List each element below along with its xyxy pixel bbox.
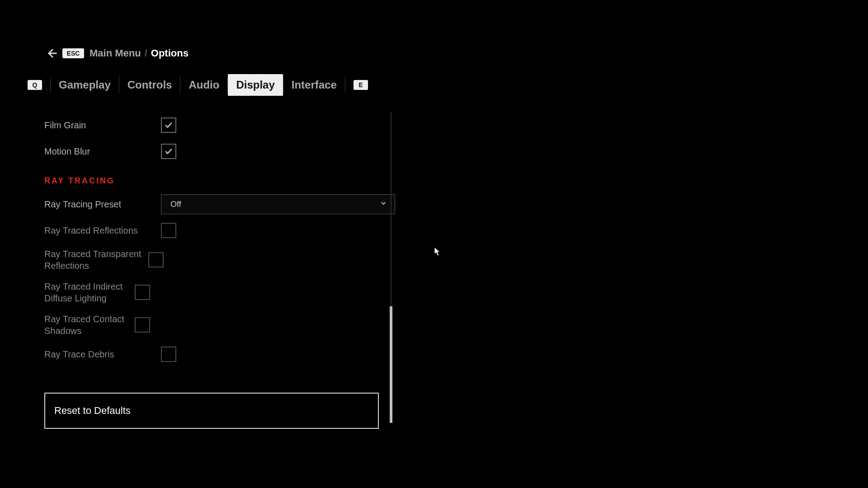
rt-indirect-diffuse-checkbox[interactable] [135, 285, 150, 300]
setting-label: Ray Tracing Preset [44, 198, 161, 210]
tab-label: Gameplay [59, 79, 111, 91]
rt-debris-checkbox[interactable] [161, 347, 176, 362]
setting-film-grain[interactable]: Film Grain [44, 112, 379, 138]
dropdown-value: Off [170, 200, 181, 209]
back-arrow-icon[interactable] [46, 48, 57, 59]
setting-label: Ray Traced Indirect Diffuse Lighting [44, 281, 135, 304]
mouse-cursor-icon [434, 247, 441, 257]
tab-audio[interactable]: Audio [180, 74, 227, 96]
rt-transparent-reflections-checkbox[interactable] [148, 252, 164, 267]
tab-label: Controls [127, 79, 172, 91]
tab-label: Display [236, 79, 274, 91]
tab-prev-keycap[interactable]: Q [28, 80, 42, 90]
chevron-down-icon [379, 199, 387, 209]
setting-rt-contact-shadows[interactable]: Ray Traced Contact Shadows [44, 309, 379, 341]
tab-label: Audio [189, 79, 219, 91]
scrollbar[interactable] [390, 112, 392, 423]
setting-rt-transparent-reflections[interactable]: Ray Traced Transparent Reflections [44, 244, 379, 276]
rt-preset-dropdown[interactable]: Off [161, 194, 395, 214]
breadcrumb-separator: / [145, 47, 147, 59]
breadcrumb: ESC Main Menu / Options [46, 47, 189, 60]
setting-label: Ray Trace Debris [44, 348, 161, 360]
tab-gameplay[interactable]: Gameplay [51, 74, 119, 96]
setting-label: Film Grain [44, 119, 161, 131]
tab-controls[interactable]: Controls [119, 74, 180, 96]
settings-panel: Film Grain Motion Blur RAY TRACING Ray T… [44, 112, 379, 423]
esc-keycap[interactable]: ESC [62, 48, 84, 58]
reset-to-defaults-button[interactable]: Reset to Defaults [44, 393, 379, 429]
reset-button-label: Reset to Defaults [54, 405, 131, 417]
setting-label: Motion Blur [44, 145, 161, 157]
tabs-row: Q Gameplay Controls Audio Display Interf… [28, 74, 368, 96]
setting-rt-reflections[interactable]: Ray Traced Reflections [44, 217, 379, 244]
tab-interface[interactable]: Interface [283, 74, 345, 96]
tab-display[interactable]: Display [228, 74, 283, 96]
film-grain-checkbox[interactable] [161, 117, 176, 133]
breadcrumb-main-menu[interactable]: Main Menu [90, 47, 141, 59]
scrollbar-thumb[interactable] [390, 306, 392, 423]
section-ray-tracing: RAY TRACING [44, 164, 379, 191]
setting-motion-blur[interactable]: Motion Blur [44, 138, 379, 164]
setting-rt-debris[interactable]: Ray Trace Debris [44, 341, 379, 367]
rt-contact-shadows-checkbox[interactable] [135, 317, 150, 333]
tab-next-keycap[interactable]: E [354, 80, 368, 90]
setting-rt-indirect-diffuse[interactable]: Ray Traced Indirect Diffuse Lighting [44, 276, 379, 309]
motion-blur-checkbox[interactable] [161, 144, 176, 159]
breadcrumb-current: Options [151, 47, 189, 59]
tab-label: Interface [292, 79, 337, 91]
setting-label: Ray Traced Contact Shadows [44, 313, 135, 337]
setting-label: Ray Traced Transparent Reflections [44, 248, 148, 272]
rt-reflections-checkbox[interactable] [161, 223, 176, 238]
setting-rt-preset[interactable]: Ray Tracing Preset Off [44, 191, 379, 217]
setting-label: Ray Traced Reflections [44, 225, 161, 236]
